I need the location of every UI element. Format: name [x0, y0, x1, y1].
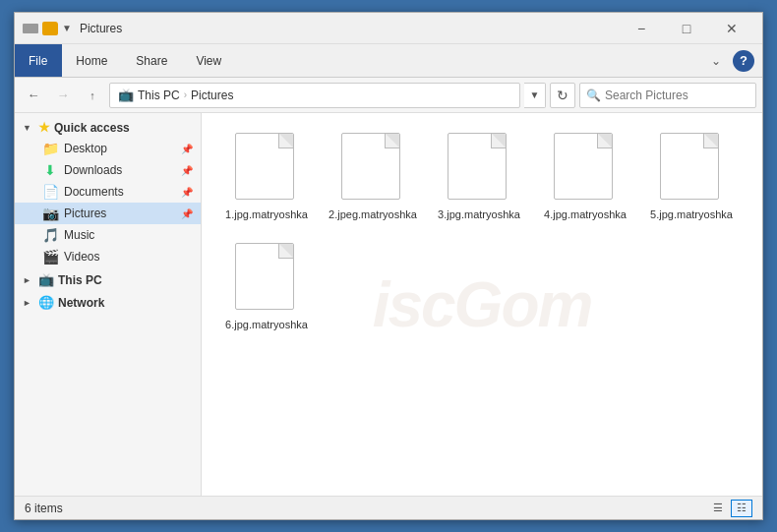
sidebar-label-music: Music [64, 228, 94, 242]
title-icon-folder [42, 22, 58, 35]
file-corner-3 [492, 134, 506, 148]
file-item-2[interactable]: 2.jpeg.matryoshka [324, 125, 422, 227]
folder-icon-music: 🎵 [42, 227, 58, 243]
path-crumb-thispc[interactable]: This PC [138, 89, 180, 102]
search-box[interactable]: 🔍 [579, 83, 756, 108]
status-bar: 6 items ☰ ☷ [15, 496, 762, 519]
sidebar-label-thispc: This PC [58, 273, 102, 287]
file-name-4: 4.jpg.matryoshka [544, 207, 627, 221]
address-bar: ← → ↑ 📺 This PC › Pictures ▼ ↻ 🔍 [15, 78, 762, 113]
ribbon-collapse-icon[interactable]: ⌄ [705, 50, 727, 72]
main-content: ▼ ★ Quick access 📁 Desktop 📌 ⬇ Downloads… [15, 113, 762, 496]
status-item-count: 6 items [25, 502, 63, 515]
folder-icon-videos: 🎬 [42, 249, 58, 265]
file-name-6: 6.jpg.matryoshka [225, 318, 308, 331]
file-name-3: 3.jpg.matryoshka [438, 207, 520, 221]
file-icon-2 [341, 133, 404, 202]
view-tiles-button[interactable]: ☷ [731, 500, 752, 517]
sidebar-item-documents[interactable]: 📄 Documents 📌 [15, 181, 201, 203]
sidebar-header-network[interactable]: ► 🌐 Network [15, 292, 201, 313]
expand-icon-network: ► [23, 298, 34, 308]
sidebar-label-pictures: Pictures [64, 207, 106, 220]
sidebar-item-music[interactable]: 🎵 Music [15, 224, 201, 246]
sidebar-label-desktop: Desktop [64, 142, 107, 155]
sidebar-section-quick-access: ▼ ★ Quick access 📁 Desktop 📌 ⬇ Downloads… [15, 117, 201, 267]
file-corner-5 [704, 134, 718, 148]
folder-icon-pictures: 📷 [42, 206, 58, 221]
file-icon-1 [235, 133, 298, 202]
close-button[interactable]: ✕ [709, 13, 754, 44]
path-separator-1: › [184, 89, 187, 100]
file-page-5 [660, 133, 719, 200]
view-list-button[interactable]: ☰ [707, 500, 729, 517]
explorer-window: ▼ Pictures − □ ✕ File Home Share View ⌄ … [14, 12, 763, 520]
sidebar-header-quick-access[interactable]: ▼ ★ Quick access [15, 117, 201, 138]
tab-view[interactable]: View [182, 44, 236, 77]
sidebar-item-videos[interactable]: 🎬 Videos [15, 246, 201, 267]
tab-file[interactable]: File [15, 44, 62, 77]
file-icon-6 [235, 243, 298, 312]
expand-icon-thispc: ► [23, 275, 34, 285]
folder-icon-documents: 📄 [42, 184, 58, 200]
file-name-5: 5.jpg.matryoshka [650, 207, 733, 221]
forward-button[interactable]: → [50, 83, 76, 108]
file-icon-4 [554, 133, 617, 202]
sidebar-icon-quick-access: ★ [38, 120, 50, 135]
file-item-4[interactable]: 4.jpg.matryoshka [536, 125, 634, 227]
file-corner-2 [386, 134, 399, 148]
expand-icon-quick-access: ▼ [23, 123, 34, 133]
pin-icon-pictures: 📌 [181, 208, 193, 219]
file-name-1: 1.jpg.matryoshka [225, 207, 308, 221]
folder-icon-desktop: 📁 [42, 141, 58, 156]
sidebar-item-downloads[interactable]: ⬇ Downloads 📌 [15, 159, 201, 181]
address-path[interactable]: 📺 This PC › Pictures [109, 83, 520, 108]
sidebar-label-documents: Documents [64, 185, 124, 199]
sidebar-icon-network: 🌐 [38, 295, 54, 310]
sidebar-section-thispc: ► 📺 This PC [15, 269, 201, 290]
file-page-4 [554, 133, 613, 200]
tab-share[interactable]: Share [122, 44, 182, 77]
file-item-6[interactable]: 6.jpg.matryoshka [217, 235, 316, 337]
sidebar: ▼ ★ Quick access 📁 Desktop 📌 ⬇ Downloads… [15, 113, 202, 496]
pin-icon-downloads: 📌 [181, 165, 193, 176]
sidebar-item-desktop[interactable]: 📁 Desktop 📌 [15, 138, 201, 159]
search-icon: 🔍 [586, 89, 601, 102]
path-icon: 📺 [118, 88, 134, 102]
file-icon-5 [660, 133, 723, 202]
help-icon[interactable]: ? [733, 50, 754, 72]
file-area: iscGom 1.jpg.matryoshka [202, 113, 762, 496]
file-item-3[interactable]: 3.jpg.matryoshka [430, 125, 528, 227]
file-item-1[interactable]: 1.jpg.matryoshka [217, 125, 316, 227]
sidebar-label-network: Network [58, 296, 104, 310]
window-controls: − □ ✕ [619, 13, 754, 44]
path-dropdown-button[interactable]: ▼ [524, 83, 546, 108]
sidebar-label-quick-access: Quick access [54, 121, 130, 135]
folder-icon-downloads: ⬇ [42, 162, 58, 178]
file-corner-1 [279, 134, 293, 148]
files-grid: 1.jpg.matryoshka 2.jpeg.matryoshka [217, 125, 747, 338]
sidebar-label-videos: Videos [64, 250, 99, 264]
file-name-2: 2.jpeg.matryoshka [329, 207, 417, 221]
status-view-icons: ☰ ☷ [707, 500, 752, 517]
refresh-button[interactable]: ↻ [550, 83, 575, 108]
tab-home[interactable]: Home [62, 44, 122, 77]
sidebar-icon-thispc: 📺 [38, 272, 54, 287]
pin-icon[interactable]: ▼ [62, 23, 72, 33]
title-icon-ribbon [23, 24, 38, 33]
sidebar-header-thispc[interactable]: ► 📺 This PC [15, 269, 201, 290]
up-button[interactable]: ↑ [80, 83, 105, 108]
file-icon-3 [448, 133, 510, 202]
search-input[interactable] [605, 89, 749, 102]
title-bar-icon-group: ▼ [23, 22, 72, 35]
sidebar-item-pictures[interactable]: 📷 Pictures 📌 [15, 203, 201, 224]
file-corner-6 [279, 244, 293, 258]
file-item-5[interactable]: 5.jpg.matryoshka [642, 125, 741, 227]
file-page-3 [448, 133, 507, 200]
pin-icon-desktop: 📌 [181, 144, 193, 154]
maximize-button[interactable]: □ [664, 13, 709, 44]
back-button[interactable]: ← [21, 83, 46, 108]
file-page-6 [235, 243, 294, 310]
sidebar-label-downloads: Downloads [64, 163, 122, 177]
minimize-button[interactable]: − [619, 13, 664, 44]
path-crumb-pictures[interactable]: Pictures [191, 89, 233, 102]
